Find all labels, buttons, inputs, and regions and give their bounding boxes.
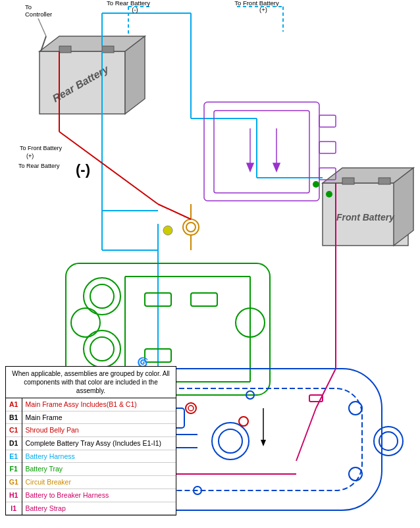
- legend-id: A1: [6, 398, 22, 411]
- svg-text:(+): (+): [259, 6, 267, 13]
- legend-label: Shroud Belly Pan: [22, 424, 176, 437]
- legend-label: Complete Battery Tray Assy (Includes E1-…: [22, 437, 176, 450]
- svg-rect-5: [59, 46, 71, 53]
- legend-id: I1: [6, 502, 22, 515]
- legend-row: G1Circuit Breaker: [6, 476, 176, 489]
- svg-text:(-): (-): [132, 6, 138, 13]
- svg-rect-11: [342, 178, 354, 184]
- legend-id: D1: [6, 437, 22, 450]
- legend-label: Battery to Breaker Harness: [22, 488, 176, 502]
- legend-label: Battery Strap: [22, 502, 176, 515]
- svg-text:(+): (+): [26, 153, 34, 159]
- legend-label: Battery Harness: [22, 450, 176, 463]
- legend-note: When applicable, assemblies are grouped …: [6, 367, 176, 398]
- legend-row: C1Shroud Belly Pan: [6, 424, 176, 437]
- svg-text:To Front Battery: To Front Battery: [234, 0, 279, 7]
- svg-text:Front Battery: Front Battery: [336, 212, 395, 223]
- svg-point-99: [313, 181, 319, 188]
- svg-rect-6: [102, 46, 114, 53]
- svg-point-98: [163, 226, 172, 235]
- legend-id: B1: [6, 411, 22, 424]
- legend-id: C1: [6, 424, 22, 437]
- legend-row: H1Battery to Breaker Harness: [6, 488, 176, 502]
- legend-label: Circuit Breaker: [22, 476, 176, 489]
- legend-label: Main Frame Assy Includes(B1 & C1): [22, 398, 176, 411]
- legend-box: When applicable, assemblies are grouped …: [5, 366, 176, 515]
- legend-table: A1Main Frame Assy Includes(B1 & C1)B1Mai…: [6, 398, 176, 515]
- svg-point-100: [326, 191, 332, 198]
- svg-text:(-): (-): [76, 161, 90, 178]
- legend-label: Main Frame: [22, 411, 176, 424]
- diagram-container: Rear Battery Front Battery: [0, 0, 420, 528]
- svg-text:To Rear Battery: To Rear Battery: [107, 0, 150, 7]
- legend-id: H1: [6, 488, 22, 502]
- svg-text:Controller: Controller: [25, 11, 52, 18]
- legend-id: G1: [6, 476, 22, 489]
- to-controller-label: To: [25, 3, 32, 11]
- rear-battery-group: Rear Battery: [39, 36, 145, 114]
- legend-row: D1Complete Battery Tray Assy (Includes E…: [6, 437, 176, 450]
- legend-row: I1Battery Strap: [6, 502, 176, 515]
- legend-row: F1Battery Tray: [6, 463, 176, 476]
- legend-label: Battery Tray: [22, 463, 176, 476]
- svg-rect-12: [379, 178, 390, 184]
- legend-id: F1: [6, 463, 22, 476]
- legend-row: A1Main Frame Assy Includes(B1 & C1): [6, 398, 176, 411]
- legend-row: B1Main Frame: [6, 411, 176, 424]
- legend-id: E1: [6, 450, 22, 463]
- svg-text:To Rear Battery: To Rear Battery: [18, 163, 60, 169]
- svg-text:To Front Battery: To Front Battery: [20, 145, 63, 151]
- legend-row: E1Battery Harness: [6, 450, 176, 463]
